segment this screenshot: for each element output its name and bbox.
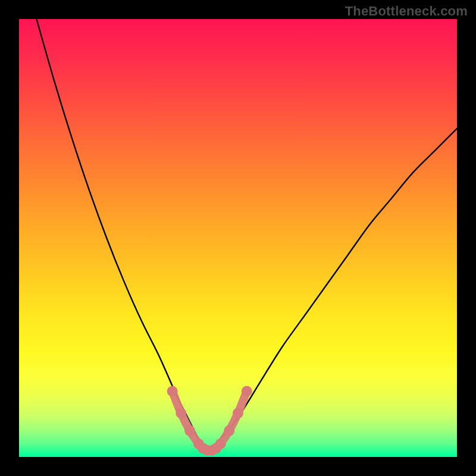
valley-dot [215,439,226,449]
valley-dot [242,386,252,397]
valley-stroke [173,392,247,451]
watermark-label: TheBottleneck.com [345,4,468,19]
valley-dot [224,425,234,436]
plot-area [19,19,457,457]
chart-frame: TheBottleneck.com [0,0,476,476]
plot-svg [19,19,457,457]
valley-dot [176,408,186,418]
valley-dot [184,425,195,436]
valley-dot [233,408,243,418]
valley-dot [167,386,178,397]
